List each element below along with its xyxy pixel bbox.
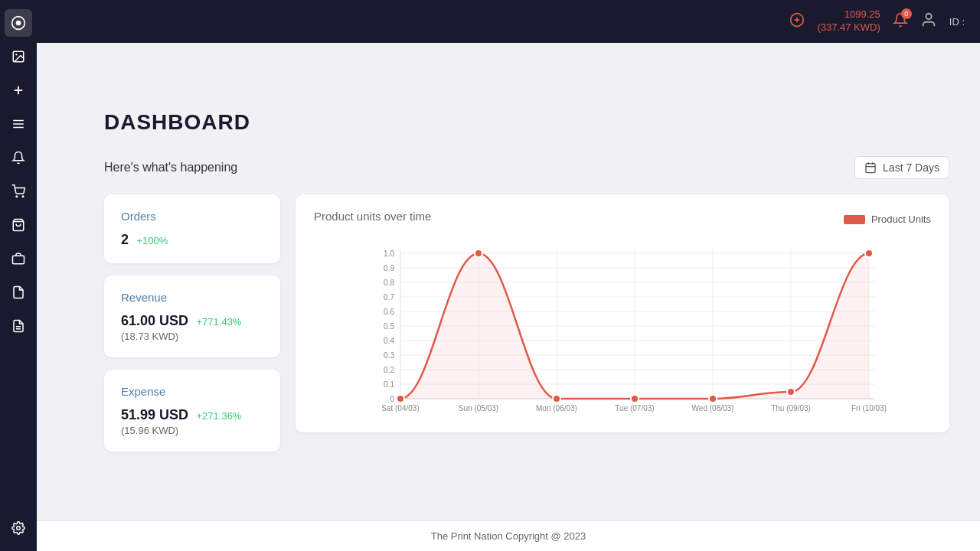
svg-text:Sat (04/03): Sat (04/03) [381, 404, 419, 412]
sidebar-item-dashboard[interactable] [5, 9, 32, 37]
sidebar-item-cart[interactable] [5, 178, 32, 205]
svg-point-15 [17, 527, 21, 530]
svg-rect-20 [866, 164, 875, 173]
data-point-2 [553, 395, 560, 403]
sidebar-item-shop[interactable] [5, 211, 32, 239]
topbar-add-icon[interactable] [789, 12, 805, 31]
main-content: DASHBOARD Here's what's happening Last 7… [74, 86, 980, 520]
svg-text:Tue (07/03): Tue (07/03) [615, 404, 654, 412]
chart-card: Product units over time Product Units [296, 194, 949, 432]
topbar: 1099.25 (337.47 KWD) 0 ID : [37, 0, 980, 43]
svg-text:0.7: 0.7 [384, 293, 394, 302]
date-filter-button[interactable]: Last 7 Days [854, 156, 949, 179]
svg-point-19 [926, 13, 931, 18]
sidebar-item-notifications[interactable] [5, 144, 32, 171]
svg-point-1 [16, 21, 21, 26]
svg-text:0.2: 0.2 [384, 366, 394, 374]
page-title: DASHBOARD [104, 110, 949, 135]
sidebar-item-menu[interactable] [5, 110, 32, 138]
svg-text:Sun (05/03): Sun (05/03) [459, 404, 498, 412]
svg-text:0.4: 0.4 [384, 337, 394, 345]
section-header: Here's what's happening Last 7 Days [104, 156, 949, 179]
legend-swatch [844, 215, 865, 224]
orders-change: +100% [136, 235, 168, 246]
balance-main: 1099.25 [817, 8, 880, 21]
svg-point-9 [16, 196, 18, 197]
data-point-4 [709, 395, 717, 403]
date-filter-label: Last 7 Days [883, 161, 939, 174]
dashboard-grid: Orders 2 +100% Revenue 61.00 USD +771.43… [104, 194, 949, 452]
expense-sub: (15.96 KWD) [121, 425, 263, 436]
expense-change: +271.36% [197, 410, 242, 422]
svg-rect-12 [13, 256, 24, 264]
revenue-value: 61.00 USD [121, 313, 188, 328]
sidebar-item-add[interactable] [5, 77, 32, 104]
data-point-1 [475, 249, 482, 257]
balance-sub: (337.47 KWD) [817, 21, 880, 34]
chart-title: Product units over time [314, 210, 431, 223]
revenue-card: Revenue 61.00 USD +771.43% (18.73 KWD) [104, 276, 280, 357]
expense-value-row: 51.99 USD +271.36% [121, 407, 263, 423]
orders-value-row: 2 +100% [121, 232, 263, 248]
topbar-notification-icon[interactable]: 0 [893, 12, 908, 31]
revenue-change: +771.43% [197, 316, 242, 328]
section-subtitle: Here's what's happening [104, 161, 237, 174]
data-point-6 [865, 249, 873, 257]
line-chart: 0 0.1 0.2 0.3 0.4 0.5 0.6 0.7 0.8 0.9 1.… [314, 238, 931, 414]
revenue-sub: (18.73 KWD) [121, 331, 263, 342]
svg-text:Thu (09/03): Thu (09/03) [771, 404, 811, 412]
orders-card: Orders 2 +100% [104, 194, 280, 263]
topbar-user-id: ID : [949, 16, 965, 28]
stats-column: Orders 2 +100% Revenue 61.00 USD +771.43… [104, 194, 280, 452]
topbar-user-icon[interactable] [920, 11, 937, 32]
chart-legend: Product Units [844, 214, 931, 225]
svg-text:0.8: 0.8 [384, 279, 394, 287]
data-point-5 [787, 388, 795, 396]
svg-text:Fri (10/03): Fri (10/03) [851, 404, 887, 412]
svg-point-10 [22, 196, 24, 197]
svg-text:0.1: 0.1 [384, 380, 394, 389]
legend-label: Product Units [871, 214, 931, 225]
sidebar [0, 0, 37, 551]
svg-text:0: 0 [390, 395, 394, 403]
data-point-0 [397, 395, 404, 403]
notification-badge: 0 [901, 8, 912, 19]
svg-text:Wed (08/03): Wed (08/03) [692, 404, 734, 412]
footer: The Print Nation Copyright @ 2023 [37, 520, 980, 551]
svg-text:0.3: 0.3 [384, 351, 394, 360]
expense-value: 51.99 USD [121, 407, 188, 422]
revenue-value-row: 61.00 USD +771.43% [121, 313, 263, 329]
data-point-3 [631, 395, 639, 403]
svg-text:0.9: 0.9 [384, 264, 394, 272]
sidebar-item-settings[interactable] [5, 514, 32, 542]
svg-point-3 [15, 54, 17, 55]
orders-title: Orders [121, 210, 263, 223]
orders-value: 2 [121, 232, 129, 247]
sidebar-item-file[interactable] [5, 279, 32, 306]
sidebar-item-reports[interactable] [5, 312, 32, 340]
svg-text:0.5: 0.5 [384, 322, 394, 331]
revenue-title: Revenue [121, 291, 263, 304]
sidebar-item-images[interactable] [5, 43, 32, 70]
expense-card: Expense 51.99 USD +271.36% (15.96 KWD) [104, 370, 280, 452]
sidebar-item-briefcase[interactable] [5, 245, 32, 272]
footer-text: The Print Nation Copyright @ 2023 [431, 530, 586, 542]
expense-title: Expense [121, 385, 263, 398]
svg-text:0.6: 0.6 [384, 308, 394, 316]
svg-text:Mon (06/03): Mon (06/03) [536, 404, 577, 412]
svg-text:1.0: 1.0 [384, 249, 394, 258]
topbar-balance: 1099.25 (337.47 KWD) [817, 8, 880, 34]
